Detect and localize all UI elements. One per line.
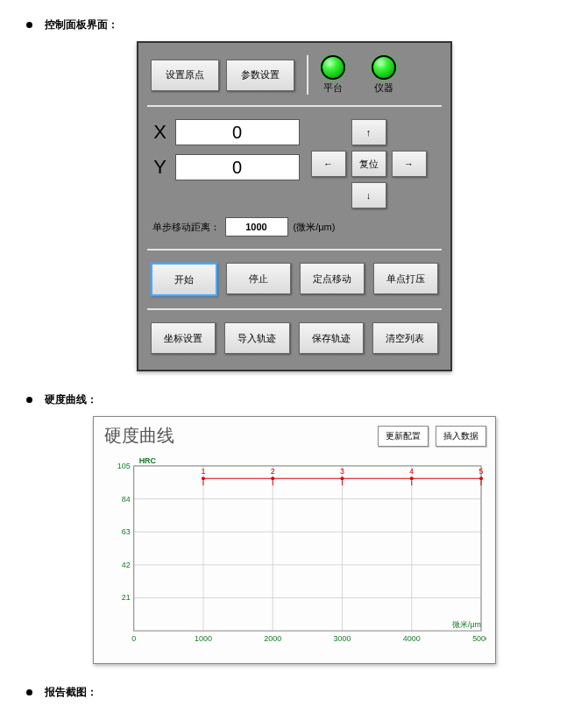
dpad-spacer [392, 182, 427, 208]
insert-data-button[interactable]: 插入数据 [436, 426, 486, 447]
svg-rect-22 [133, 466, 480, 631]
dpad-down-button[interactable]: ↓ [351, 182, 386, 208]
x-label: X [151, 121, 170, 144]
svg-point-34 [409, 476, 413, 480]
import-track-button[interactable]: 导入轨迹 [224, 322, 290, 354]
svg-point-31 [340, 476, 344, 480]
svg-text:HRC: HRC [138, 456, 156, 465]
svg-text:5000: 5000 [472, 634, 486, 643]
x-value: 0 [175, 119, 300, 145]
step-label: 单步移动距离： [152, 221, 220, 234]
dpad-spacer [311, 182, 346, 208]
svg-text:4000: 4000 [402, 634, 420, 643]
bullet-icon [26, 397, 32, 403]
y-value: 0 [175, 154, 300, 180]
step-value[interactable]: 1000 [225, 217, 288, 236]
coord-settings-button[interactable]: 坐标设置 [151, 322, 216, 354]
point-move-button[interactable]: 定点移动 [300, 263, 365, 294]
chart-title: 硬度曲线 [104, 424, 371, 448]
dpad-spacer [311, 119, 346, 145]
svg-point-25 [201, 476, 204, 480]
svg-text:2000: 2000 [264, 634, 281, 643]
save-track-button[interactable]: 保存轨迹 [299, 322, 365, 354]
platform-led-label: 平台 [323, 81, 343, 95]
bullet-icon [26, 22, 32, 28]
svg-text:3: 3 [340, 467, 344, 476]
svg-text:5: 5 [478, 467, 483, 476]
divider [147, 105, 442, 107]
clear-list-button[interactable]: 清空列表 [372, 322, 438, 354]
set-origin-button[interactable]: 设置原点 [151, 60, 219, 91]
svg-text:84: 84 [121, 495, 130, 504]
start-button[interactable]: 开始 [151, 263, 217, 296]
svg-text:2: 2 [270, 467, 274, 476]
dpad-right-button[interactable]: → [392, 151, 427, 177]
hardness-chart: 01000200030004000500021426384105HRC微米/μm… [104, 453, 486, 654]
svg-text:3000: 3000 [333, 634, 351, 643]
heading-control-panel: 控制面板界面： [45, 18, 118, 32]
heading-hardness-curve: 硬度曲线： [45, 392, 97, 407]
dpad-reset-button[interactable]: 复位 [351, 151, 386, 177]
stop-button[interactable]: 停止 [226, 263, 291, 294]
instrument-led-label: 仪器 [374, 81, 393, 95]
bullet-icon [26, 689, 32, 695]
dpad-left-button[interactable]: ← [311, 151, 346, 177]
platform-led-icon [321, 55, 345, 80]
step-unit: (微米/μm) [294, 221, 336, 234]
svg-text:42: 42 [121, 561, 130, 569]
divider [147, 249, 442, 251]
update-config-button[interactable]: 更新配置 [378, 426, 429, 447]
divider [147, 308, 442, 310]
control-panel: 设置原点 参数设置 平台 仪器 X 0 [137, 41, 452, 371]
dpad-spacer [392, 119, 427, 145]
svg-text:63: 63 [121, 527, 130, 536]
svg-text:1: 1 [201, 467, 205, 476]
divider [307, 55, 308, 95]
svg-point-28 [271, 476, 274, 480]
svg-text:0: 0 [131, 634, 136, 643]
svg-text:1000: 1000 [195, 634, 212, 643]
svg-text:微米/μm: 微米/μm [452, 620, 481, 629]
param-settings-button[interactable]: 参数设置 [226, 60, 294, 91]
instrument-led-icon [372, 55, 396, 80]
chart-card: 硬度曲线 更新配置 插入数据 0100020003000400050002142… [93, 416, 496, 664]
heading-report: 报告截图： [45, 685, 97, 700]
y-label: Y [151, 156, 170, 179]
point-press-button[interactable]: 单点打压 [373, 263, 438, 294]
svg-point-37 [479, 476, 483, 480]
dpad-up-button[interactable]: ↑ [351, 119, 386, 145]
svg-text:105: 105 [117, 462, 130, 470]
svg-text:21: 21 [121, 594, 130, 603]
svg-text:4: 4 [409, 467, 414, 476]
